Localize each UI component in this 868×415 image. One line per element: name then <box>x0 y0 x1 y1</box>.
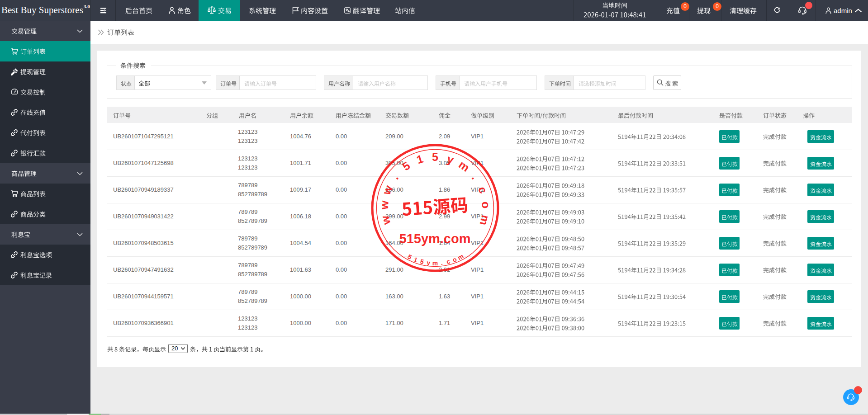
svg-text:5: 5 <box>407 253 413 261</box>
svg-text:5: 5 <box>432 151 438 163</box>
svg-text:y: y <box>446 152 455 166</box>
svg-text:c: c <box>446 258 451 265</box>
svg-text:w: w <box>378 200 391 210</box>
svg-text:1: 1 <box>415 152 425 166</box>
svg-text:y: y <box>427 259 431 267</box>
svg-text:w: w <box>379 184 395 197</box>
svg-text:m: m <box>456 252 465 261</box>
svg-text:5: 5 <box>400 159 412 173</box>
svg-text:m: m <box>477 214 492 226</box>
svg-text:1: 1 <box>413 255 419 264</box>
svg-text:w: w <box>378 214 393 226</box>
svg-text:5: 5 <box>419 258 425 265</box>
svg-text:m: m <box>432 259 438 267</box>
svg-text:o: o <box>451 255 458 264</box>
svg-text:c: c <box>476 185 490 195</box>
svg-text:o: o <box>479 201 493 209</box>
svg-text:.: . <box>441 259 443 266</box>
svg-text:.: . <box>470 171 481 182</box>
svg-text:.: . <box>389 171 401 182</box>
